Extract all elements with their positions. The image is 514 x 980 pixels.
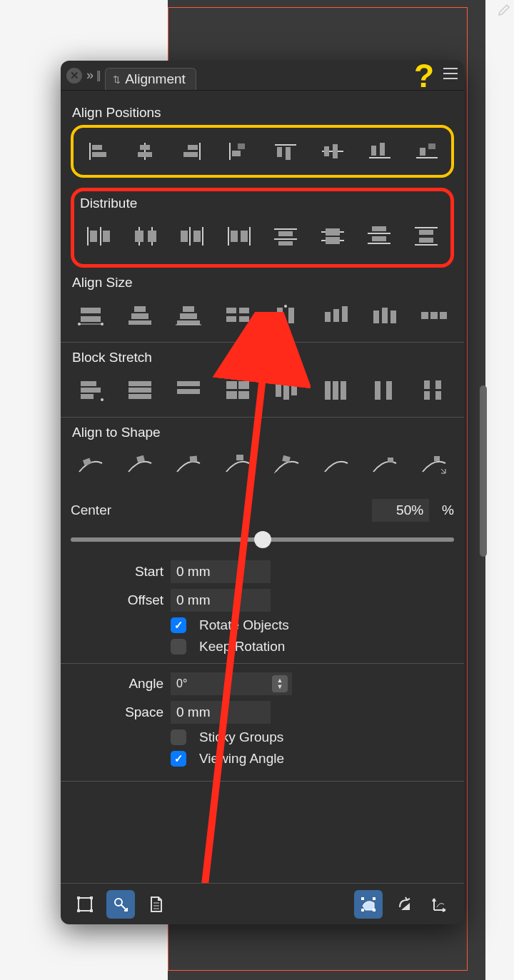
svg-point-101 <box>286 378 288 381</box>
size-avg-height-icon[interactable] <box>365 300 405 330</box>
distribute-right-icon[interactable] <box>172 221 212 251</box>
eyedropper-icon[interactable] <box>496 4 510 21</box>
align-top-icon[interactable] <box>266 136 306 166</box>
rotate-objects-checkbox[interactable]: ✓ <box>171 617 186 633</box>
size-min-width-icon[interactable] <box>71 300 111 330</box>
shape-curve-1-icon[interactable] <box>71 450 111 480</box>
page-mode-icon[interactable] <box>142 890 171 919</box>
section-label-align-size: Align Size <box>72 275 454 291</box>
distribute-left-icon[interactable] <box>79 221 119 251</box>
tab-label: Alignment <box>125 71 186 87</box>
bounds-mode-icon[interactable] <box>71 890 99 919</box>
svg-rect-16 <box>324 146 329 156</box>
shape-curve-3-icon[interactable] <box>168 450 208 480</box>
svg-rect-5 <box>138 152 152 157</box>
svg-rect-50 <box>372 226 386 231</box>
offset-input[interactable] <box>171 589 271 612</box>
svg-rect-49 <box>368 243 390 244</box>
svg-rect-114 <box>236 455 243 460</box>
keep-rotation-checkbox[interactable] <box>171 639 186 655</box>
size-equal-width-icon[interactable] <box>218 300 258 330</box>
distribute-vcenter-icon[interactable] <box>313 221 353 251</box>
transform-mode-icon[interactable] <box>354 890 383 919</box>
axis-mode-icon[interactable] <box>425 890 454 919</box>
svg-rect-24 <box>87 227 89 246</box>
svg-rect-0 <box>89 143 91 160</box>
size-equal-height-icon[interactable] <box>414 300 454 330</box>
svg-rect-98 <box>276 384 281 397</box>
svg-rect-9 <box>229 143 231 160</box>
distribute-hcenter-icon[interactable] <box>126 221 166 251</box>
svg-rect-111 <box>83 458 91 466</box>
shape-curve-2-icon[interactable] <box>120 450 160 480</box>
distribute-bottom-icon[interactable] <box>359 221 399 251</box>
stretch-vcenter-icon[interactable] <box>316 375 356 405</box>
svg-rect-84 <box>440 312 447 319</box>
angle-label: Angle <box>71 676 163 692</box>
align-baseline-icon[interactable] <box>407 136 447 166</box>
tab-alignment[interactable]: ⇅ Alignment <box>105 68 196 90</box>
svg-rect-77 <box>333 309 339 322</box>
shape-curve-6-icon[interactable] <box>316 450 356 480</box>
size-avg-width-icon[interactable] <box>168 300 208 330</box>
align-left-icon[interactable] <box>78 136 118 166</box>
section-label-align-positions: Align Positions <box>72 105 454 121</box>
close-button[interactable]: ✕ <box>66 68 82 84</box>
svg-rect-22 <box>420 148 425 156</box>
svg-rect-109 <box>424 391 430 400</box>
stretch-top-icon[interactable] <box>267 375 307 405</box>
svg-rect-42 <box>278 231 293 236</box>
center-slider[interactable] <box>71 529 454 550</box>
expand-icon[interactable]: » <box>86 68 94 83</box>
shape-curve-5-icon[interactable] <box>267 450 307 480</box>
align-positions-row <box>78 131 447 172</box>
align-origin-icon[interactable] <box>219 136 259 166</box>
svg-rect-96 <box>226 391 237 399</box>
svg-point-74 <box>284 305 287 308</box>
align-vcenter-icon[interactable] <box>313 136 353 166</box>
svg-rect-93 <box>177 389 200 394</box>
keep-rotation-label: Keep Rotation <box>199 639 285 655</box>
svg-rect-85 <box>81 381 96 386</box>
align-right-icon[interactable] <box>172 136 212 166</box>
stretch-vgrid-icon[interactable] <box>414 375 454 405</box>
stretch-left-icon[interactable] <box>71 375 111 405</box>
svg-rect-18 <box>369 157 390 158</box>
key-object-mode-icon[interactable] <box>106 890 135 919</box>
svg-rect-124 <box>90 909 93 912</box>
svg-rect-64 <box>183 306 194 312</box>
distribute-vspacing-icon[interactable] <box>406 221 446 251</box>
size-max-width-icon[interactable] <box>120 300 160 330</box>
section-label-distribute: Distribute <box>80 196 446 211</box>
shape-curve-4-icon[interactable] <box>218 450 258 480</box>
svg-rect-36 <box>228 227 229 246</box>
align-bottom-icon[interactable] <box>360 136 400 166</box>
sticky-groups-checkbox[interactable] <box>171 729 186 745</box>
stretch-hcenter-icon[interactable] <box>120 375 160 405</box>
stretch-right-icon[interactable] <box>168 375 208 405</box>
align-hcenter-icon[interactable] <box>125 136 165 166</box>
drag-handle-icon[interactable]: || <box>96 69 99 82</box>
svg-rect-13 <box>277 147 282 157</box>
panel-menu-icon[interactable] <box>443 67 458 84</box>
highlight-distribute: Distribute <box>71 188 454 268</box>
distribute-hspacing-icon[interactable] <box>219 221 259 251</box>
stretch-grid-icon[interactable] <box>218 375 258 405</box>
stretch-bottom-icon[interactable] <box>365 375 405 405</box>
svg-rect-34 <box>181 231 188 242</box>
size-max-height-icon[interactable] <box>316 300 356 330</box>
viewing-angle-checkbox[interactable]: ✓ <box>171 751 186 767</box>
stepper-icon[interactable]: ▲▼ <box>272 675 288 692</box>
svg-rect-121 <box>77 896 80 899</box>
angle-select[interactable]: 0° ▲▼ <box>171 672 292 695</box>
start-input[interactable] <box>171 560 271 583</box>
distribute-top-icon[interactable] <box>266 221 306 251</box>
rotate-mode-icon[interactable] <box>390 890 418 919</box>
svg-rect-55 <box>419 238 433 243</box>
space-input[interactable] <box>171 701 271 724</box>
shape-curve-7-icon[interactable] <box>365 450 405 480</box>
center-percent-input[interactable] <box>372 499 429 522</box>
shape-curve-8-icon[interactable] <box>414 450 454 480</box>
size-min-height-icon[interactable] <box>267 300 307 330</box>
scrollbar-vertical[interactable] <box>480 385 487 557</box>
